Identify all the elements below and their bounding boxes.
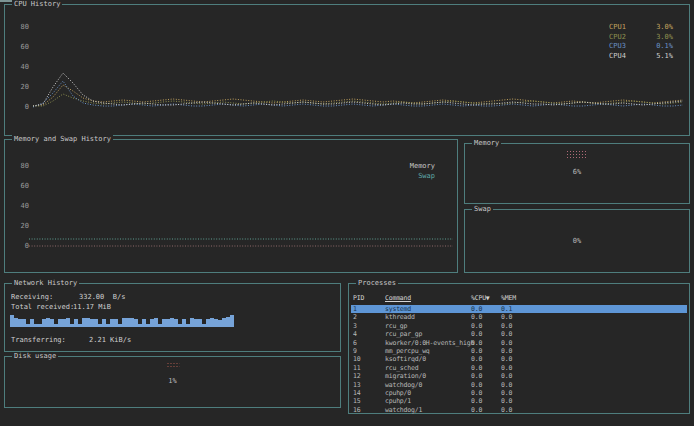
cpu-legend-label: CPU3 [609, 42, 637, 52]
cpu-legend-item: CPU13.0% [609, 23, 673, 33]
process-cpu: 0.0 [471, 305, 482, 313]
total-received-value: 11.17 MiB [73, 303, 111, 311]
total-received-label: Total received: [11, 303, 74, 311]
process-cpu: 0.0 [471, 381, 482, 389]
process-row[interactable]: 9mm_percpu_wq0.00.0 [351, 347, 687, 355]
process-row[interactable]: 1systemd0.00.1 [351, 305, 687, 313]
memory-swap-legend-item: Memory [410, 162, 435, 172]
process-table-header: PIDCommand%CPU▼%MEM [351, 294, 687, 303]
process-pid: 13 [353, 381, 360, 389]
process-command: rcu_sched [385, 364, 418, 372]
disk-usage-panel: Disk usage 1% [4, 356, 341, 408]
y-axis-tick: 0 [13, 242, 29, 250]
process-mem: 0.0 [501, 339, 512, 347]
memory-panel: Memory 6% [464, 143, 690, 204]
process-command: watchdog/1 [385, 406, 422, 414]
process-row[interactable]: 3rcu_gp0.00.0 [351, 322, 687, 330]
process-command: kthreadd [385, 313, 415, 321]
process-row[interactable]: 11rcu_sched0.00.0 [351, 364, 687, 372]
process-mem: 0.0 [501, 355, 512, 363]
swap-percent: 0% [465, 237, 689, 245]
process-cpu: 0.0 [471, 330, 482, 338]
cpu-legend-item: CPU23.0% [609, 33, 673, 43]
process-pid: 6 [353, 339, 357, 347]
cpu-legend-label: CPU4 [609, 52, 637, 62]
process-cpu: 0.0 [471, 322, 482, 330]
disk-usage-indicator [166, 362, 179, 369]
process-column-header[interactable]: PID [353, 294, 364, 303]
process-column-header[interactable]: %CPU▼ [471, 294, 490, 303]
process-pid: 16 [353, 406, 360, 414]
process-mem: 0.0 [501, 397, 512, 405]
process-pid: 12 [353, 372, 360, 380]
cpu-history-chart [29, 7, 685, 115]
process-cpu: 0.0 [471, 364, 482, 372]
process-row[interactable]: 12migration/00.00.0 [351, 372, 687, 380]
process-command: cpuhp/1 [385, 397, 411, 405]
process-pid: 2 [353, 313, 357, 321]
memory-swap-chart [29, 142, 453, 256]
process-column-header[interactable]: Command [385, 294, 411, 303]
process-pid: 4 [353, 330, 357, 338]
disk-percent: 1% [5, 377, 340, 385]
process-cpu: 0.0 [471, 406, 482, 414]
y-axis-tick: 20 [13, 222, 29, 230]
process-mem: 0.0 [501, 364, 512, 372]
cpu-legend-value: 3.0% [647, 23, 673, 33]
process-column-header[interactable]: %MEM [501, 294, 516, 303]
transferring-label: Transferring: [11, 336, 66, 344]
process-pid: 9 [353, 347, 357, 355]
process-mem: 0.0 [501, 330, 512, 338]
y-axis-tick: 0 [13, 103, 29, 111]
process-row[interactable]: 4rcu_par_gp0.00.0 [351, 330, 687, 338]
process-row[interactable]: 10ksoftirqd/00.00.0 [351, 355, 687, 363]
process-mem: 0.0 [501, 406, 512, 414]
process-pid: 3 [353, 322, 357, 330]
process-row[interactable]: 14cpuhp/00.00.0 [351, 389, 687, 397]
process-mem: 0.0 [501, 389, 512, 397]
process-mem: 0.0 [501, 381, 512, 389]
process-mem: 0.1 [501, 305, 512, 313]
cpu-legend-item: CPU45.1% [609, 52, 673, 62]
process-row[interactable]: 2kthreadd0.00.0 [351, 313, 687, 321]
process-command: ksoftirqd/0 [385, 355, 426, 363]
process-command: rcu_par_gp [385, 330, 422, 338]
memory-usage-indicator [566, 150, 588, 159]
process-command: kworker/0:0H-events_high [385, 339, 474, 347]
process-row[interactable]: 16watchdog/10.00.0 [351, 406, 687, 414]
network-history-panel: Network History Receiving: 332.00 B/s To… [4, 283, 341, 352]
process-command: cpuhp/0 [385, 389, 411, 397]
swap-panel: Swap 0% [464, 209, 690, 273]
memory-swap-history-panel: Memory and Swap History 806040200 Memory… [4, 139, 458, 273]
cpu-legend-value: 5.1% [647, 52, 673, 62]
cpu-legend-item: CPU30.1% [609, 42, 673, 52]
process-pid: 11 [353, 364, 360, 372]
memory-swap-legend: MemorySwap [410, 162, 435, 181]
process-pid: 1 [353, 305, 357, 313]
process-cpu: 0.0 [471, 389, 482, 397]
process-pid: 14 [353, 389, 360, 397]
network-sparkline [10, 314, 234, 327]
processes-title: Processes [356, 279, 398, 287]
memory-title: Memory [472, 139, 501, 147]
process-command: watchdog/0 [385, 381, 422, 389]
cpu-legend-label: CPU1 [609, 23, 637, 33]
cpu-legend-value: 0.1% [647, 42, 673, 52]
cpu-history-panel: CPU History 806040200 CPU13.0%CPU23.0%CP… [4, 4, 690, 136]
process-pid: 15 [353, 397, 360, 405]
process-mem: 0.0 [501, 313, 512, 321]
process-table: 1systemd0.00.12kthreadd0.00.03rcu_gp0.00… [351, 305, 687, 414]
process-row[interactable]: 6kworker/0:0H-events_high0.00.0 [351, 339, 687, 347]
process-row[interactable]: 15cpuhp/10.00.0 [351, 397, 687, 405]
memory-swap-legend-item: Swap [410, 172, 435, 182]
processes-panel: Processes PIDCommand%CPU▼%MEM 1systemd0.… [348, 283, 690, 414]
network-bar [230, 315, 234, 327]
transferring-value: 2.21 KiB/s [89, 336, 131, 344]
memory-percent: 6% [465, 168, 689, 176]
disk-usage-title: Disk usage [12, 352, 58, 360]
cpu-legend-value: 3.0% [647, 33, 673, 43]
process-command: rcu_gp [385, 322, 407, 330]
receiving-label: Receiving: [11, 293, 53, 301]
cpu-legend-label: CPU2 [609, 33, 637, 43]
process-row[interactable]: 13watchdog/00.00.0 [351, 381, 687, 389]
